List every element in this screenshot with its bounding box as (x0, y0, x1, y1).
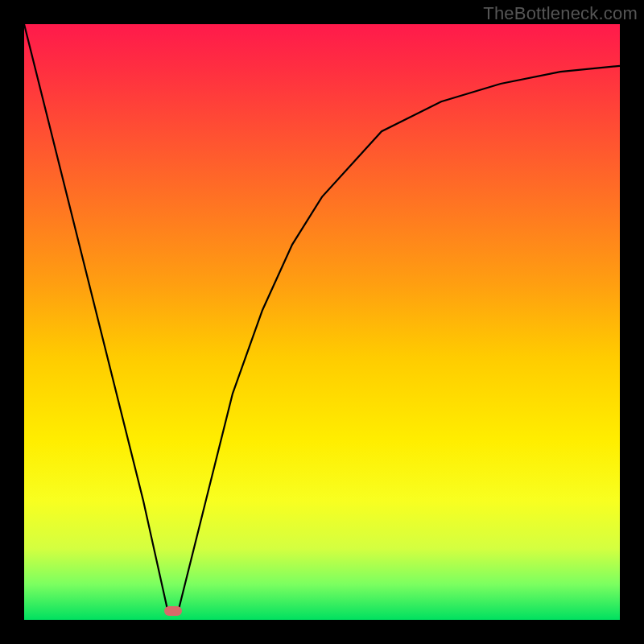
watermark-text: TheBottleneck.com (483, 3, 638, 24)
curve-svg (24, 24, 620, 620)
bottleneck-curve-path (24, 24, 620, 608)
chart-frame: TheBottleneck.com (0, 0, 644, 644)
plot-area (24, 24, 620, 620)
